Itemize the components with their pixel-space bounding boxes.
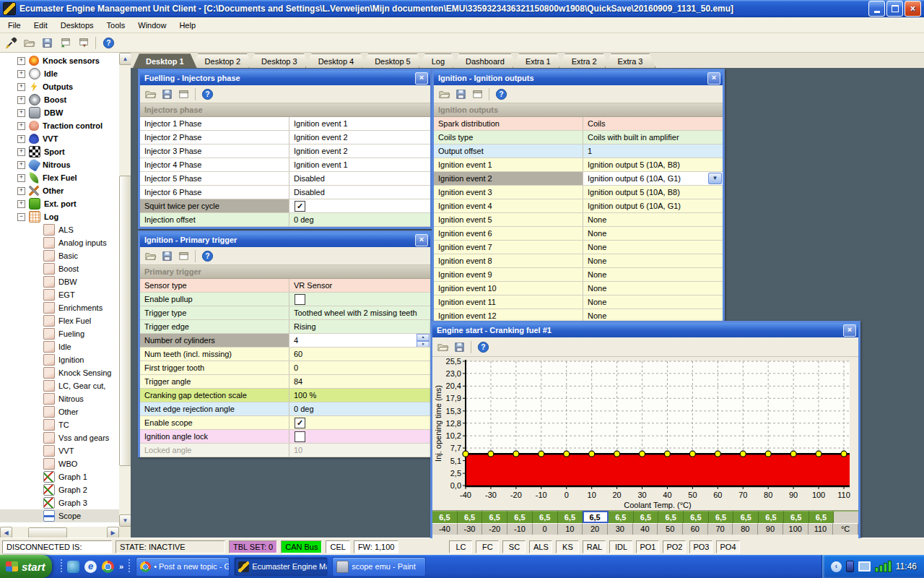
scrollbar-thumb[interactable] xyxy=(28,527,67,538)
internet-explorer-icon[interactable]: e xyxy=(84,561,97,573)
table-row[interactable]: Injector 2 PhaseIgnition event 2 xyxy=(140,131,430,144)
scroll-up-icon[interactable]: ▲ xyxy=(119,53,131,65)
scrollbar-thumb[interactable] xyxy=(119,176,131,466)
tab-desktop-1[interactable]: Desktop 1 xyxy=(133,53,197,68)
sidebar-item-sport[interactable]: +Sport xyxy=(0,145,119,158)
table-row[interactable]: Locked angle10 xyxy=(140,444,430,457)
spinner-down-icon[interactable]: ▼ xyxy=(417,341,430,347)
scroll-down-icon[interactable]: ▼ xyxy=(119,514,131,527)
chart-value-cell[interactable]: 6,5 xyxy=(809,511,834,523)
sidebar-item-tc[interactable]: TC xyxy=(0,418,119,431)
window-icon[interactable] xyxy=(176,87,191,101)
chart-value-cell[interactable]: 6,5 xyxy=(784,511,809,523)
import-icon[interactable] xyxy=(57,35,73,51)
table-row[interactable]: Trigger angle84 xyxy=(140,375,430,389)
menu-item-desktops[interactable]: Desktops xyxy=(54,21,100,30)
chart-axis-cell[interactable]: 90 xyxy=(758,523,783,535)
row-value[interactable]: Disabled xyxy=(289,186,430,199)
sidebar-item-boost[interactable]: +Boost xyxy=(0,93,119,106)
sidebar-item-als[interactable]: ALS xyxy=(0,223,119,236)
taskbar-task-scope-emu-paint[interactable]: scope emu - Paint xyxy=(332,557,426,577)
tab-extra-1[interactable]: Extra 1 xyxy=(513,53,564,68)
row-value[interactable]: None xyxy=(583,227,723,240)
chart-value-cell[interactable]: 6,5 xyxy=(583,511,609,523)
row-value[interactable] xyxy=(289,430,430,443)
chrome-icon[interactable] xyxy=(102,561,114,573)
expand-icon[interactable]: + xyxy=(17,96,25,104)
row-value[interactable]: 84 xyxy=(289,375,430,388)
chart-point[interactable] xyxy=(715,451,720,457)
expand-icon[interactable]: + xyxy=(17,57,25,65)
table-row[interactable]: Injection offset0 deg xyxy=(140,213,430,227)
chart-point[interactable] xyxy=(790,451,796,457)
tab-desktop-4[interactable]: Desktop 4 xyxy=(305,53,367,68)
scroll-right-icon[interactable]: ▶ xyxy=(107,527,119,539)
expand-icon[interactable]: + xyxy=(17,174,25,182)
minimize-button[interactable] xyxy=(868,1,885,17)
sidebar-item-ignition[interactable]: Ignition xyxy=(0,353,119,366)
table-row[interactable]: Trigger typeToothed wheel with 2 missing… xyxy=(140,306,430,320)
save-icon[interactable] xyxy=(452,340,466,354)
row-value[interactable]: None xyxy=(583,282,723,295)
table-row[interactable]: Number of cylinders4▲▼ xyxy=(140,334,430,348)
window-icon[interactable] xyxy=(176,249,191,263)
restore-button[interactable] xyxy=(886,1,903,17)
sidebar-item-nitrous[interactable]: +Nitrous xyxy=(0,158,119,171)
table-row[interactable]: Ignition event 8None xyxy=(434,254,723,268)
signal-bars-icon[interactable] xyxy=(875,561,892,572)
sidebar-item-boost[interactable]: Boost xyxy=(0,262,119,275)
child-title-bar[interactable]: Ignition - Ignition outputs × xyxy=(434,71,723,85)
chart-point[interactable] xyxy=(816,451,821,457)
close-icon[interactable]: × xyxy=(843,324,856,337)
child-title-bar[interactable]: Engine start - Cranking fuel #1 × xyxy=(432,323,858,337)
sidebar-item-knock-sensing[interactable]: Knock Sensing xyxy=(0,366,119,379)
chart-axis-cell[interactable]: 0 xyxy=(533,523,558,535)
sidebar-item-graph-2[interactable]: Graph 2 xyxy=(0,483,119,496)
menu-item-help[interactable]: Help xyxy=(173,21,202,30)
sidebar-item-idle[interactable]: Idle xyxy=(0,340,119,353)
sidebar-item-traction-control[interactable]: +Traction control xyxy=(0,119,119,132)
table-row[interactable]: Ignition event 1Ignition output 5 (10A, … xyxy=(434,158,723,172)
chart-value-cell[interactable]: 6,5 xyxy=(482,511,507,523)
chart-value-cell[interactable]: 6,5 xyxy=(507,511,533,523)
row-value[interactable]: Ignition event 1 xyxy=(289,158,430,171)
chart-value-cell[interactable]: 6,5 xyxy=(733,511,759,523)
chart-point[interactable] xyxy=(689,451,695,457)
row-value[interactable]: Coils xyxy=(583,117,723,130)
expand-icon[interactable]: + xyxy=(17,70,25,78)
row-value[interactable]: Rising xyxy=(289,320,430,333)
sidebar-item-flex-fuel[interactable]: +Flex Fuel xyxy=(0,171,119,184)
help-icon[interactable]: ? xyxy=(200,249,214,263)
row-value[interactable]: Ignition event 2 xyxy=(289,131,430,144)
help-icon[interactable]: ? xyxy=(476,340,490,354)
expand-icon[interactable]: + xyxy=(17,109,25,117)
chart-value-cell[interactable]: 6,5 xyxy=(533,511,558,523)
sidebar-item-idle[interactable]: +Idle xyxy=(0,67,119,80)
table-row[interactable]: Enable pullup xyxy=(140,293,430,306)
row-value[interactable]: None xyxy=(583,241,723,254)
table-row[interactable]: Next edge rejection angle0 deg xyxy=(140,402,430,416)
row-value[interactable]: None xyxy=(583,296,723,309)
menu-item-edit[interactable]: Edit xyxy=(27,21,54,30)
sidebar-item-log[interactable]: −Log xyxy=(0,210,119,223)
table-row[interactable]: Injector 5 PhaseDisabled xyxy=(140,172,430,186)
chart-axis-cell[interactable]: 100 xyxy=(783,523,808,535)
collapse-icon[interactable]: − xyxy=(17,213,25,221)
chart-axis-cell[interactable]: 60 xyxy=(683,523,708,535)
tab-dashboard[interactable]: Dashboard xyxy=(453,53,518,68)
chart-value-cell[interactable]: 6,5 xyxy=(658,511,684,523)
dropdown-arrow-icon[interactable]: ▼ xyxy=(708,173,722,184)
chart-point[interactable] xyxy=(841,451,847,457)
sidebar-item-lc-gear-cut[interactable]: LC, Gear cut, xyxy=(0,379,119,392)
table-row[interactable]: Ignition event 4Ignition output 6 (10A, … xyxy=(434,199,723,213)
tab-desktop-2[interactable]: Desktop 2 xyxy=(192,53,254,68)
chart-value-cell[interactable]: 6,5 xyxy=(759,511,784,523)
row-value[interactable]: Ignition output 6 (10A, G1) xyxy=(583,199,723,212)
row-value[interactable]: None xyxy=(583,268,723,281)
tab-log[interactable]: Log xyxy=(419,53,458,68)
connect-icon[interactable] xyxy=(3,35,19,51)
help-icon[interactable]: ? xyxy=(494,87,508,101)
sidebar-item-wbo[interactable]: WBO xyxy=(0,457,119,470)
open-icon[interactable] xyxy=(143,87,157,101)
table-row[interactable]: Injector 1 PhaseIgnition event 1 xyxy=(140,117,430,131)
